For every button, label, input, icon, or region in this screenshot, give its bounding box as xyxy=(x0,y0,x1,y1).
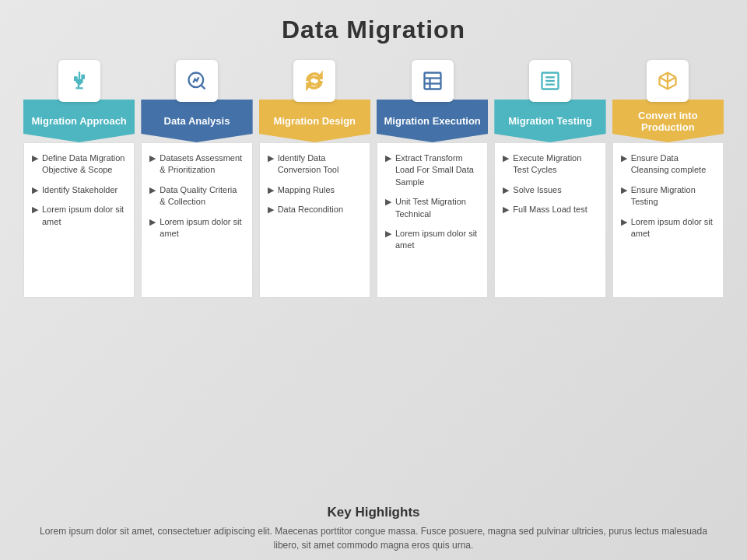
page-title: Data Migration xyxy=(282,16,465,44)
list-item: ▶Identify Data Conversion Tool xyxy=(268,152,362,177)
bullet-arrow-icon: ▶ xyxy=(503,185,509,195)
svg-line-12 xyxy=(668,77,676,82)
bullet-arrow-icon: ▶ xyxy=(621,217,627,227)
list-item: ▶Define Data Migration Objective & Scope xyxy=(32,152,126,177)
list-item-text: Unit Test Migration Technical xyxy=(395,196,479,220)
list-item: ▶Lorem ipsum dolor sit amet xyxy=(32,204,126,228)
bullet-arrow-icon: ▶ xyxy=(149,185,156,195)
box-icon xyxy=(647,60,689,102)
list-item-text: Full Mass Load test xyxy=(513,204,587,215)
list-item-text: Lorem ipsum dolor sit amet xyxy=(42,204,126,228)
list-item-text: Lorem ipsum dolor sit amet xyxy=(395,228,479,252)
column-migration-execution: Migration Execution▶Extract Transform Lo… xyxy=(377,60,488,298)
column-header-migration-execution: Migration Execution xyxy=(377,100,488,142)
list-item: ▶Ensure Data Cleansing complete xyxy=(621,152,715,177)
column-header-migration-design: Migration Design xyxy=(259,100,370,142)
list-item-text: Data Quality Criteria & Collection xyxy=(160,184,244,208)
key-highlights-section: Key Highlights Lorem ipsum dolor sit ame… xyxy=(16,497,731,552)
list-item-text: Define Data Migration Objective & Scope xyxy=(42,152,126,177)
list-item-text: Identify Stakeholder xyxy=(42,184,117,196)
svg-line-1 xyxy=(201,85,205,89)
bullet-arrow-icon: ▶ xyxy=(149,217,156,227)
list-item: ▶Data Quality Criteria & Collection xyxy=(149,184,244,208)
list-item-text: Solve Issues xyxy=(513,184,561,196)
bullet-arrow-icon: ▶ xyxy=(385,197,391,207)
column-content-migration-testing: ▶Execute Migration Test Cycles▶Solve Iss… xyxy=(494,142,605,298)
list-item: ▶Ensure Migration Testing xyxy=(621,184,715,208)
svg-line-11 xyxy=(660,77,668,82)
list-item: ▶Mapping Rules xyxy=(268,184,362,196)
column-content-convert-production: ▶Ensure Data Cleansing complete▶Ensure M… xyxy=(612,142,724,298)
list-item-text: Ensure Migration Testing xyxy=(631,184,715,208)
key-highlights-title: Key Highlights xyxy=(31,505,716,520)
bullet-arrow-icon: ▶ xyxy=(32,205,38,215)
columns-container: Migration Approach▶Define Data Migration… xyxy=(16,60,731,497)
column-migration-approach: Migration Approach▶Define Data Migration… xyxy=(23,60,135,298)
list-item-text: Data Recondition xyxy=(278,204,343,215)
list-item: ▶Lorem ipsum dolor sit amet xyxy=(385,228,479,252)
bullet-arrow-icon: ▶ xyxy=(385,229,391,239)
list-item: ▶Identify Stakeholder xyxy=(32,184,126,196)
list-item: ▶Unit Test Migration Technical xyxy=(385,196,479,220)
bullet-arrow-icon: ▶ xyxy=(621,185,627,195)
list-item-text: Lorem ipsum dolor sit amet xyxy=(160,216,244,240)
bullet-arrow-icon: ▶ xyxy=(385,153,391,163)
key-highlights-text: Lorem ipsum dolor sit amet, consectetuer… xyxy=(31,524,716,552)
column-content-migration-approach: ▶Define Data Migration Objective & Scope… xyxy=(23,142,135,298)
list-item-text: Ensure Data Cleansing complete xyxy=(631,152,715,177)
column-header-migration-testing: Migration Testing xyxy=(494,100,605,142)
list-item-text: Execute Migration Test Cycles xyxy=(513,152,597,177)
list-item: ▶Extract Transform Load For Small Data S… xyxy=(385,152,479,188)
list-item: ▶Solve Issues xyxy=(503,184,597,196)
column-header-convert-production: Convert into Production xyxy=(612,100,724,142)
column-content-migration-execution: ▶Extract Transform Load For Small Data S… xyxy=(377,142,488,298)
column-header-migration-approach: Migration Approach xyxy=(23,100,135,142)
bullet-arrow-icon: ▶ xyxy=(268,153,274,163)
table-icon xyxy=(412,60,454,102)
column-migration-design: Migration Design▶Identify Data Conversio… xyxy=(259,60,370,298)
bullet-arrow-icon: ▶ xyxy=(32,185,38,195)
bullet-arrow-icon: ▶ xyxy=(503,153,509,163)
column-header-data-analysis: Data Analysis xyxy=(141,100,252,142)
bullet-arrow-icon: ▶ xyxy=(32,153,38,163)
column-migration-testing: Migration Testing▶Execute Migration Test… xyxy=(494,60,605,298)
list-icon xyxy=(529,60,571,102)
bullet-arrow-icon: ▶ xyxy=(149,153,156,163)
bullet-arrow-icon: ▶ xyxy=(268,185,274,195)
list-item-text: Extract Transform Load For Small Data Sa… xyxy=(395,152,479,188)
bullet-arrow-icon: ▶ xyxy=(503,205,509,215)
column-content-data-analysis: ▶Datasets Assessment & Prioritization▶Da… xyxy=(141,142,252,298)
bullet-arrow-icon: ▶ xyxy=(268,205,274,215)
list-item: ▶Data Recondition xyxy=(268,204,362,215)
search-chart-icon xyxy=(176,60,218,102)
list-item: ▶Execute Migration Test Cycles xyxy=(503,152,597,177)
column-convert-production: Convert into Production▶Ensure Data Clea… xyxy=(612,60,724,298)
list-item: ▶Lorem ipsum dolor sit amet xyxy=(149,216,244,240)
list-item-text: Identify Data Conversion Tool xyxy=(278,152,362,177)
list-item-text: Mapping Rules xyxy=(278,184,335,196)
usb-icon xyxy=(58,60,100,102)
column-data-analysis: Data Analysis▶Datasets Assessment & Prio… xyxy=(141,60,252,298)
svg-rect-2 xyxy=(424,73,440,89)
list-item-text: Datasets Assessment & Prioritization xyxy=(160,152,244,177)
refresh-icon xyxy=(293,60,335,102)
list-item: ▶Lorem ipsum dolor sit amet xyxy=(621,216,715,240)
list-item: ▶Datasets Assessment & Prioritization xyxy=(149,152,244,177)
list-item-text: Lorem ipsum dolor sit amet xyxy=(631,216,715,240)
bullet-arrow-icon: ▶ xyxy=(621,153,627,163)
slide: Data Migration Migration Approach▶Define… xyxy=(0,0,747,560)
column-content-migration-design: ▶Identify Data Conversion Tool▶Mapping R… xyxy=(259,142,370,298)
list-item: ▶Full Mass Load test xyxy=(503,204,597,215)
